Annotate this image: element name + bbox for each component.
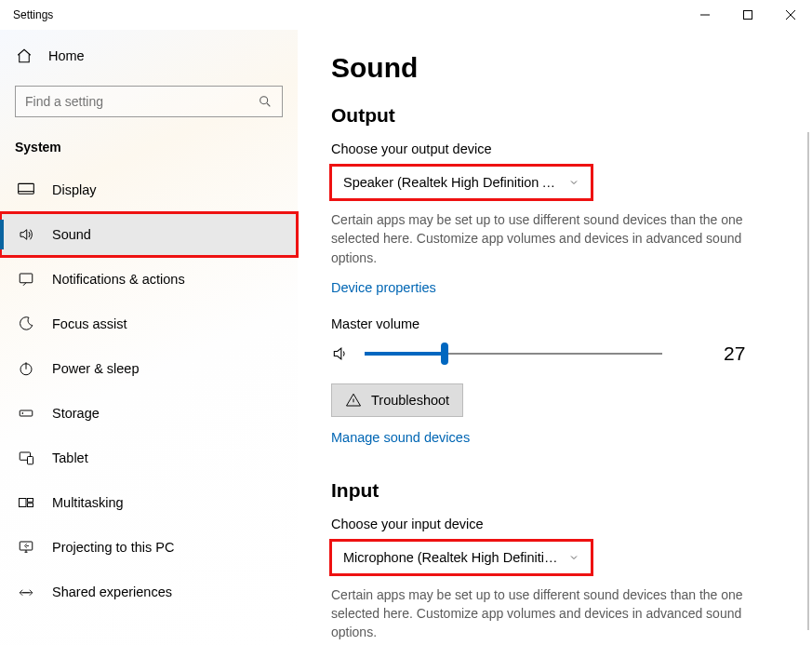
multitasking-icon [17,494,35,511]
nav-item-storage[interactable]: Storage [0,391,298,436]
power-icon [17,360,35,377]
svg-point-1 [260,97,268,104]
storage-icon [17,405,35,422]
nav-item-focus-assist[interactable]: Focus assist [0,302,298,346]
svg-rect-5 [20,410,33,416]
output-heading: Output [331,104,764,127]
shared-experiences-icon [17,584,35,600]
focus-assist-icon [17,316,35,332]
nav-item-sound[interactable]: Sound [0,212,298,257]
input-device-value: Microphone (Realtek High Definitio… [343,550,561,565]
main-content: Sound Output Choose your output device S… [298,30,812,645]
master-volume-slider[interactable] [365,341,662,367]
window-title: Settings [13,8,53,21]
output-help-text: Certain apps may be set up to use differ… [331,210,759,267]
nav-item-power-sleep[interactable]: Power & sleep [0,346,298,391]
svg-point-6 [22,413,23,414]
chevron-down-icon [568,552,579,563]
search-box[interactable] [15,86,283,117]
input-help-text: Certain apps may be set up to use differ… [331,585,759,642]
nav-item-notifications[interactable]: Notifications & actions [0,257,298,302]
nav-item-label: Focus assist [52,316,127,331]
nav-item-multitasking[interactable]: Multitasking [0,480,298,525]
close-button[interactable] [769,0,812,30]
nav-item-label: Tablet [52,450,88,465]
input-device-dropdown[interactable]: Microphone (Realtek High Definitio… [331,541,592,574]
input-choose-label: Choose your input device [331,517,764,531]
minimize-icon [700,10,710,20]
output-device-value: Speaker (Realtek High Definition Au… [343,175,561,190]
master-volume-value: 27 [724,343,745,365]
titlebar: Settings [0,0,812,30]
nav-item-shared-experiences[interactable]: Shared experiences [0,570,298,614]
output-device-properties-link[interactable]: Device properties [331,280,436,295]
home-icon [15,47,33,64]
nav-item-label: Multitasking [52,495,124,510]
search-input[interactable] [25,94,258,109]
page-title: Sound [331,52,764,84]
nav-item-display[interactable]: Display [0,168,298,212]
chevron-down-icon [568,177,579,188]
close-icon [786,10,795,20]
nav-home[interactable]: Home [0,34,298,78]
svg-rect-2 [19,183,34,194]
scrollbar[interactable] [807,132,809,630]
master-volume-row: 27 [331,341,764,367]
volume-icon[interactable] [331,344,350,363]
svg-rect-0 [744,11,752,20]
svg-rect-3 [20,274,33,283]
nav-item-label: Display [52,182,97,197]
master-volume-label: Master volume [331,316,764,331]
minimize-button[interactable] [684,0,726,30]
input-heading: Input [331,479,764,502]
svg-rect-10 [28,499,33,503]
warning-icon [345,392,362,409]
nav-item-label: Notifications & actions [52,272,185,287]
settings-window: Settings Home [0,0,812,645]
nav-item-projecting[interactable]: Projecting to this PC [0,525,298,570]
notifications-icon [17,271,35,288]
sidebar-group-label: System [0,125,298,168]
svg-rect-11 [28,504,33,507]
troubleshoot-button[interactable]: Troubleshoot [331,383,463,417]
nav-item-label: Projecting to this PC [52,540,174,555]
nav-item-label: Sound [52,227,91,242]
nav-item-tablet[interactable]: Tablet [0,436,298,480]
search-icon [258,94,273,109]
maximize-button[interactable] [726,0,769,30]
nav-item-label: Shared experiences [52,585,172,599]
nav-list: Display Sound Notifications & actions [0,168,298,614]
nav-item-label: Power & sleep [52,361,140,376]
svg-rect-8 [28,457,33,464]
maximize-icon [743,10,752,20]
nav-item-label: Storage [52,406,100,421]
output-choose-label: Choose your output device [331,141,764,156]
tablet-icon [17,450,35,466]
sidebar: Home System Display [0,30,298,645]
nav-home-label: Home [48,48,85,63]
projecting-icon [17,539,35,556]
svg-rect-9 [20,499,27,507]
output-device-dropdown[interactable]: Speaker (Realtek High Definition Au… [331,166,592,199]
display-icon [17,181,35,198]
troubleshoot-label: Troubleshoot [371,393,449,408]
manage-sound-devices-link[interactable]: Manage sound devices [331,430,470,445]
sound-icon [17,226,35,243]
